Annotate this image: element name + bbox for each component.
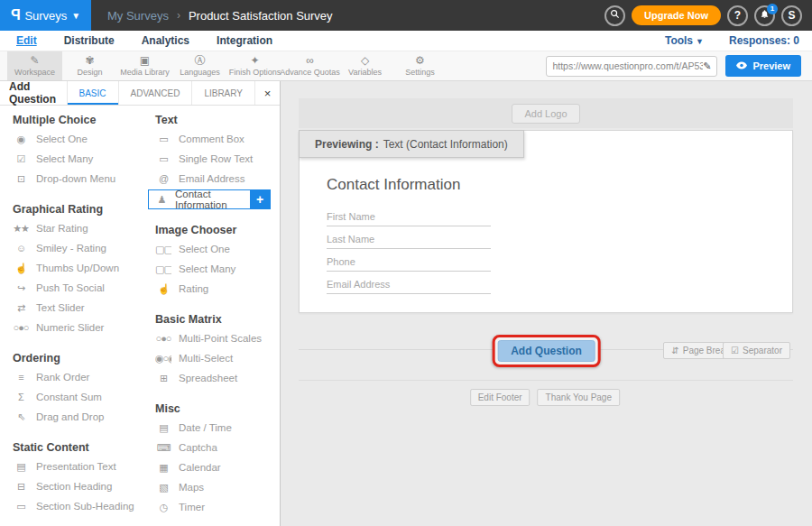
question-type-section-heading[interactable]: ⊟Section Heading bbox=[13, 476, 143, 496]
captcha-icon: ⌨ bbox=[155, 442, 171, 454]
question-type-comment-box[interactable]: ▭Comment Box bbox=[155, 129, 280, 149]
question-type-text-slider[interactable]: ⇄Text Slider bbox=[13, 298, 143, 318]
question-type-drop-down-menu[interactable]: ⊡Drop-down Menu bbox=[13, 169, 143, 189]
panel-tab-library[interactable]: LIBRARY bbox=[191, 81, 254, 105]
calendar-icon: ▦ bbox=[155, 462, 171, 474]
separator-icon: ☑ bbox=[731, 346, 739, 355]
question-type-label: Comment Box bbox=[179, 134, 245, 144]
comment-box-icon: ▭ bbox=[155, 134, 171, 145]
question-type-label: Star Rating bbox=[36, 223, 88, 234]
responses-count[interactable]: Responses: 0 bbox=[729, 34, 799, 47]
product-name: Surveys bbox=[24, 9, 67, 23]
question-type-multi-select[interactable]: ◉○◉Multi-Select bbox=[155, 348, 280, 368]
question-type-label: Numeric Slider bbox=[36, 322, 104, 333]
question-type-constant-sum[interactable]: ΣConstant Sum bbox=[13, 387, 143, 407]
upgrade-button[interactable]: Upgrade Now bbox=[632, 5, 721, 25]
add-question-button[interactable]: Add Question bbox=[497, 340, 595, 362]
question-type-timer[interactable]: ◷Timer bbox=[155, 497, 280, 517]
tag-icon: ◇ bbox=[361, 55, 369, 67]
nav-right: Tools▼ Responses: 0 bbox=[665, 34, 799, 47]
toolbar-tab-design[interactable]: ✾Design bbox=[62, 51, 117, 80]
question-type-single-row-text[interactable]: ▭Single Row Text bbox=[155, 149, 280, 169]
question-type-presentation-text[interactable]: ▤Presentation Text bbox=[13, 457, 143, 476]
app-root: P Surveys ▼ My Surveys › Product Satisfa… bbox=[0, 0, 812, 526]
add-logo-button[interactable]: Add Logo bbox=[512, 104, 579, 124]
tools-menu[interactable]: Tools▼ bbox=[665, 34, 704, 47]
edit-url-icon[interactable]: ✎ bbox=[703, 60, 711, 72]
question-type-numeric-slider[interactable]: ○●○Numeric Slider bbox=[13, 318, 143, 337]
nav-tab-distribute[interactable]: Distribute bbox=[64, 34, 115, 47]
survey-url-text: https://www.questionpro.com/t/AP53kZgUI bbox=[552, 60, 703, 71]
toolbar-tab-settings[interactable]: ⚙Settings bbox=[392, 51, 448, 80]
question-type-label: Thumbs Up/Down bbox=[36, 263, 119, 273]
notifications-button[interactable]: 1 bbox=[754, 5, 775, 26]
question-type-label: Text Slider bbox=[36, 302, 85, 313]
panel-tab-advanced[interactable]: ADVANCED bbox=[118, 81, 192, 105]
question-type-label: Calendar bbox=[179, 462, 221, 473]
thank-you-page-button[interactable]: Thank You Page bbox=[538, 389, 620, 406]
question-type-email-address[interactable]: @Email Address bbox=[155, 169, 280, 189]
survey-canvas: Add Logo Previewing : Text (Contact Info… bbox=[281, 81, 812, 526]
smiley-icon: ☺ bbox=[13, 243, 29, 254]
question-type-section-sub-heading[interactable]: ▭Section Sub-Heading bbox=[13, 496, 143, 516]
question-type-select-one[interactable]: ▢▢Select One bbox=[155, 239, 280, 259]
numeric-slider-icon: ○●○ bbox=[13, 322, 29, 333]
question-type-push-to-social[interactable]: ↪Push To Social bbox=[13, 278, 143, 298]
question-type-multi-point-scales[interactable]: ○●○Multi-Point Scales bbox=[155, 328, 280, 348]
question-type-thumbs-up-down[interactable]: ☝Thumbs Up/Down bbox=[13, 258, 143, 278]
contact-fields: First NameLast NamePhoneEmail Address bbox=[327, 206, 792, 294]
toolbar-tab-variables[interactable]: ◇Variables bbox=[337, 51, 392, 80]
nav-tab-edit[interactable]: Edit bbox=[16, 34, 37, 47]
question-type-date-time[interactable]: ▤Date / Time bbox=[155, 418, 280, 438]
field-email-address[interactable]: Email Address bbox=[327, 273, 491, 294]
question-type-captcha[interactable]: ⌨Captcha bbox=[155, 438, 280, 457]
breadcrumb-my-surveys[interactable]: My Surveys bbox=[107, 9, 169, 23]
toolbar-right: https://www.questionpro.com/t/AP53kZgUI … bbox=[546, 51, 812, 80]
question-type-select-many[interactable]: ☑Select Many bbox=[13, 149, 143, 169]
toolbar-tab-finish-options[interactable]: ✦Finish Options bbox=[227, 51, 282, 80]
group-title-ordering: Ordering bbox=[13, 352, 143, 365]
rank-list-icon: ≡ bbox=[13, 372, 29, 383]
question-type-select-one[interactable]: ◉Select One bbox=[13, 129, 143, 149]
question-type-drag-and-drop[interactable]: ⇖Drag and Drop bbox=[13, 407, 143, 427]
sigma-icon: Σ bbox=[13, 392, 29, 402]
question-type-rank-order[interactable]: ≡Rank Order bbox=[13, 367, 143, 387]
field-first-name[interactable]: First Name bbox=[327, 206, 491, 226]
question-type-label: Constant Sum bbox=[36, 392, 102, 402]
survey-url-field[interactable]: https://www.questionpro.com/t/AP53kZgUI … bbox=[546, 56, 717, 77]
nav-tab-integration[interactable]: Integration bbox=[217, 34, 272, 47]
add-selected-question-button[interactable]: + bbox=[250, 190, 270, 208]
close-icon: × bbox=[264, 87, 272, 100]
preview-button[interactable]: Preview bbox=[725, 55, 801, 77]
separator-button[interactable]: ☑ Separator bbox=[723, 342, 790, 359]
question-type-label: Presentation Text bbox=[36, 461, 116, 472]
field-phone[interactable]: Phone bbox=[327, 251, 491, 272]
toolbar-tab-advance-quotas[interactable]: ∞Advance Quotas bbox=[282, 51, 337, 80]
product-switcher[interactable]: P Surveys ▼ bbox=[0, 0, 91, 31]
search-button[interactable] bbox=[604, 5, 625, 26]
avatar[interactable]: S bbox=[781, 5, 802, 26]
question-type-spreadsheet[interactable]: ⊞Spreadsheet bbox=[155, 368, 280, 388]
question-type-star-rating[interactable]: ★★Star Rating bbox=[13, 218, 143, 238]
panel-tab-basic[interactable]: BASIC bbox=[67, 81, 118, 105]
question-type-smiley-rating[interactable]: ☺Smiley - Rating bbox=[13, 238, 143, 258]
question-type-select-many[interactable]: ▢▢Select Many bbox=[155, 259, 280, 279]
edit-footer-button[interactable]: Edit Footer bbox=[470, 389, 531, 406]
close-panel-button[interactable]: × bbox=[254, 81, 280, 105]
nav-tab-analytics[interactable]: Analytics bbox=[142, 34, 189, 47]
question-type-label: Captcha bbox=[179, 442, 217, 453]
question-type-contact-information[interactable]: ♟Contact Information+ bbox=[148, 189, 271, 209]
question-type-maps[interactable]: ▧Maps bbox=[155, 477, 280, 497]
toolbar-tab-workspace[interactable]: ✎Workspace bbox=[7, 51, 62, 80]
question-type-calendar[interactable]: ▦Calendar bbox=[155, 457, 280, 477]
question-type-rating[interactable]: ☝Rating bbox=[155, 279, 280, 299]
previewing-value: Text (Contact Information) bbox=[383, 138, 508, 151]
help-button[interactable]: ? bbox=[727, 5, 748, 26]
toolbar-tab-media-library[interactable]: ▣Media Library bbox=[117, 51, 172, 80]
wand-icon: ✦ bbox=[250, 55, 259, 67]
eye-icon bbox=[736, 60, 747, 71]
question-type-label: Rating bbox=[179, 283, 208, 294]
toolbar-tab-languages[interactable]: ⒶLanguages bbox=[172, 51, 227, 80]
question-type-label: Smiley - Rating bbox=[36, 243, 106, 254]
field-last-name[interactable]: Last Name bbox=[327, 228, 491, 249]
